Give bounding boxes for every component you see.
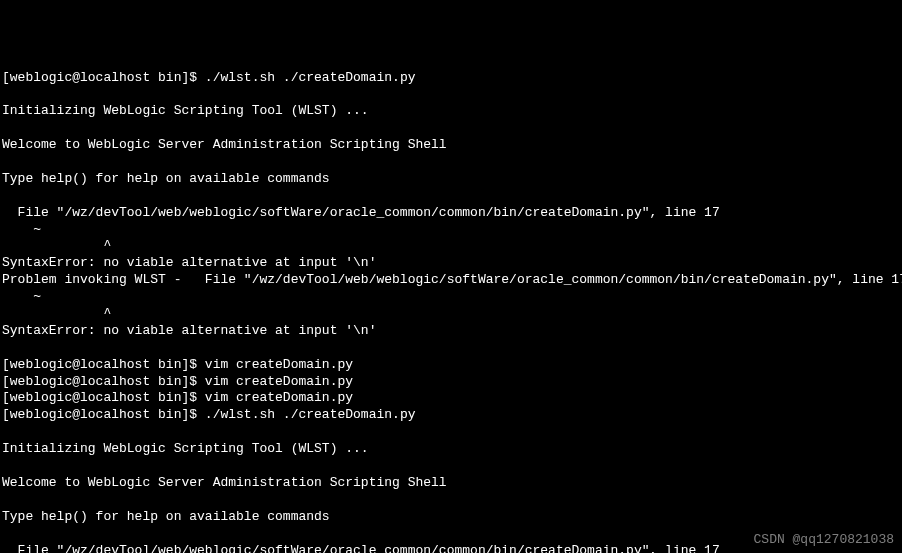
command: ./wlst.sh ./createDomain.py bbox=[205, 407, 416, 422]
command: ./wlst.sh ./createDomain.py bbox=[205, 70, 416, 85]
output-line: SyntaxError: no viable alternative at in… bbox=[2, 323, 376, 338]
output-line: File "/wz/devTool/web/weblogic/softWare/… bbox=[2, 205, 720, 220]
output-line: File "/wz/devTool/web/weblogic/softWare/… bbox=[2, 543, 720, 554]
output-line: Problem invoking WLST - File "/wz/devToo… bbox=[2, 272, 902, 287]
prompt: [weblogic@localhost bin]$ bbox=[2, 357, 205, 372]
watermark-text: CSDN @qq1270821038 bbox=[754, 532, 894, 549]
prompt: [weblogic@localhost bin]$ bbox=[2, 407, 205, 422]
output-line: Type help() for help on available comman… bbox=[2, 509, 330, 524]
output-line: ^ bbox=[2, 306, 111, 321]
prompt: [weblogic@localhost bin]$ bbox=[2, 70, 205, 85]
output-line: ^ bbox=[2, 238, 111, 253]
terminal-output[interactable]: [weblogic@localhost bin]$ ./wlst.sh ./cr… bbox=[2, 70, 900, 553]
prompt: [weblogic@localhost bin]$ bbox=[2, 374, 205, 389]
output-line: Initializing WebLogic Scripting Tool (WL… bbox=[2, 441, 369, 456]
output-line: SyntaxError: no viable alternative at in… bbox=[2, 255, 376, 270]
prompt: [weblogic@localhost bin]$ bbox=[2, 390, 205, 405]
command: vim createDomain.py bbox=[205, 374, 353, 389]
output-line: ~ bbox=[2, 222, 41, 237]
output-line: Initializing WebLogic Scripting Tool (WL… bbox=[2, 103, 369, 118]
command: vim createDomain.py bbox=[205, 357, 353, 372]
output-line: ~ bbox=[2, 289, 41, 304]
output-line: Welcome to WebLogic Server Administratio… bbox=[2, 137, 447, 152]
output-line: Welcome to WebLogic Server Administratio… bbox=[2, 475, 447, 490]
output-line: Type help() for help on available comman… bbox=[2, 171, 330, 186]
command: vim createDomain.py bbox=[205, 390, 353, 405]
